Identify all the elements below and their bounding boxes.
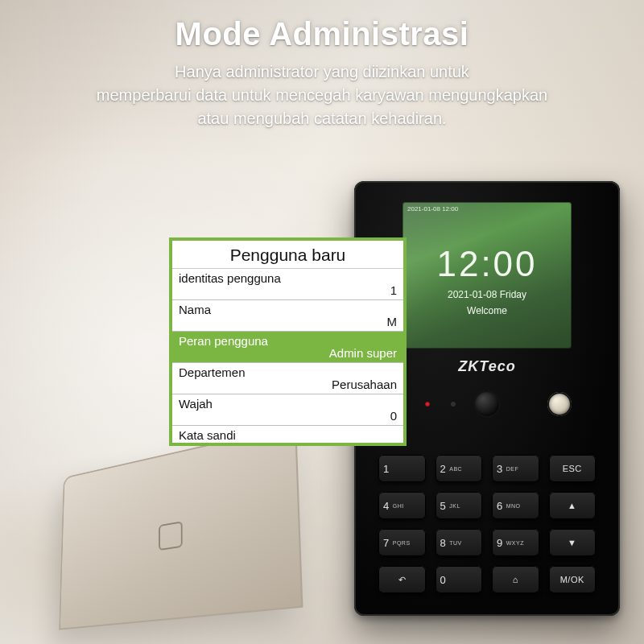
field-name[interactable]: Nama M (172, 300, 403, 332)
key-7[interactable]: 7PQRS (378, 529, 426, 556)
field-value: Admin super (179, 346, 397, 360)
screen-clock: 12:00 (436, 234, 537, 284)
key-esc[interactable]: ESC (549, 455, 597, 482)
device-sensors (402, 390, 572, 423)
ir-lens-icon (547, 392, 572, 416)
new-user-panel: Pengguna baru identitas pengguna 1 Nama … (169, 237, 407, 446)
field-label: Kata sandi (179, 428, 397, 442)
key-1[interactable]: 1 (378, 455, 426, 482)
page-subtitle-line: atau mengubah catatan kehadiran. (197, 109, 446, 127)
field-password[interactable]: Kata sandi (172, 426, 403, 443)
key-back[interactable]: ↶ (378, 566, 426, 593)
device-brand: ZKTeco (458, 358, 515, 375)
key-9[interactable]: 9WXYZ (492, 529, 539, 556)
field-department[interactable]: Departemen Perusahaan (172, 363, 403, 394)
page-title: Mode Administrasi (0, 16, 644, 52)
screen-date: 2021-01-08 Friday (448, 289, 526, 300)
page-subtitle-line: Hanya administrator yang diizinkan untuk (175, 63, 469, 80)
key-ok[interactable]: M/OK (549, 566, 597, 593)
key-down[interactable]: ▼ (549, 529, 597, 556)
key-door[interactable]: ⌂ (492, 566, 539, 593)
led-red-icon (425, 402, 430, 407)
screen-welcome: Welcome (467, 305, 507, 316)
new-user-panel-title: Pengguna baru (172, 241, 403, 269)
field-user-role[interactable]: Peran pengguna Admin super (172, 332, 403, 363)
field-value: 0 (179, 409, 397, 423)
key-2[interactable]: 2ABC (436, 455, 483, 482)
field-value: Perusahaan (179, 378, 397, 391)
key-5[interactable]: 5JKL (436, 492, 483, 519)
key-up[interactable]: ▲ (549, 492, 597, 519)
field-face[interactable]: Wajah 0 (172, 394, 403, 426)
screen-timestamp: 2021-01-08 12:00 (407, 205, 458, 213)
field-value: M (179, 315, 397, 328)
key-8[interactable]: 8TUV (436, 529, 483, 556)
device-screen: 2021-01-08 12:00 12:00 2021-01-08 Friday… (402, 202, 572, 349)
field-user-id[interactable]: identitas pengguna 1 (172, 269, 403, 300)
key-0[interactable]: 0 (436, 566, 483, 593)
device-keypad: 1 2ABC 3DEF ESC 4GHI 5JKL 6MNO ▲ 7PQRS 8… (378, 455, 596, 593)
key-3[interactable]: 3DEF (492, 455, 539, 482)
key-4[interactable]: 4GHI (378, 492, 426, 519)
page-subtitle-line: memperbarui data untuk mencegah karyawan… (97, 86, 547, 104)
led-icon (451, 402, 456, 407)
camera-lens-icon (473, 390, 501, 418)
key-6[interactable]: 6MNO (492, 492, 539, 519)
field-value: 1 (179, 283, 397, 297)
